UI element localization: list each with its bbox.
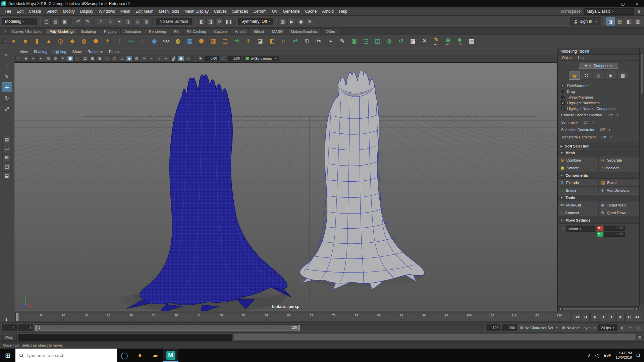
playback-start-field[interactable]: 1 bbox=[18, 324, 33, 331]
scale-tool[interactable]: ⤢ bbox=[2, 104, 12, 114]
menubar-item[interactable]: Create bbox=[26, 7, 44, 15]
3d-scene[interactable] bbox=[14, 63, 557, 311]
multi-component-button[interactable]: Multi-Component bbox=[579, 63, 619, 69]
menubar-item[interactable]: Generate bbox=[280, 7, 302, 15]
viewport-menu-item[interactable]: Shading bbox=[31, 50, 50, 54]
anim-layer-dropdown[interactable]: ▤ No Anim Layer bbox=[560, 326, 596, 330]
textured-mode-icon[interactable]: ▨ bbox=[133, 56, 140, 62]
mesh-section-header[interactable]: ▼ Mesh bbox=[558, 149, 639, 156]
animation-end-field[interactable]: 200 bbox=[502, 324, 517, 331]
script-editor-icon[interactable]: ▤ bbox=[637, 334, 643, 340]
poly-disc-icon[interactable]: ◍ bbox=[78, 36, 90, 47]
shelf-tab[interactable]: Curves / Surfaces bbox=[8, 28, 45, 34]
scroll-right-icon[interactable]: ▶ bbox=[635, 308, 639, 310]
lock-camera-icon[interactable]: ◉ bbox=[23, 56, 29, 62]
center-pivot-icon[interactable]: ◆ CP bbox=[454, 36, 465, 47]
slide-edge-icon[interactable]: ⇄ bbox=[290, 36, 301, 47]
field-chart-icon[interactable]: ▦ bbox=[97, 56, 103, 62]
open-scene-icon[interactable]: ▤ bbox=[51, 17, 60, 25]
open-render-view-icon[interactable]: ▥ bbox=[278, 17, 287, 25]
uv-checker-icon[interactable]: ▩ bbox=[407, 36, 418, 47]
separator[interactable] bbox=[70, 18, 72, 25]
film-gate-icon[interactable]: ▭ bbox=[74, 56, 81, 62]
grid-shelf-icon[interactable]: ▦ bbox=[466, 36, 477, 47]
separator[interactable] bbox=[234, 18, 236, 25]
shelf-tab[interactable]: FX bbox=[170, 28, 183, 34]
snap-curve-icon[interactable]: ∿ bbox=[106, 17, 114, 25]
motion-blur-toggle-icon[interactable]: ≋ bbox=[163, 56, 169, 62]
resolution-gate-icon[interactable]: ⬓ bbox=[82, 56, 88, 62]
play-backwards-button[interactable]: ◀ bbox=[599, 313, 607, 321]
uv-cylindrical-icon[interactable]: ◫ bbox=[372, 36, 383, 47]
paint-select-tool[interactable]: ✎ bbox=[2, 72, 12, 81]
action-center-icon[interactable]: ❒ bbox=[636, 353, 640, 358]
xray-toggle-icon[interactable]: ◻ bbox=[185, 56, 192, 62]
snap-view-plane-icon[interactable]: ◇ bbox=[133, 17, 142, 25]
uv-planar-icon[interactable]: ▣ bbox=[348, 36, 360, 47]
shelf-tab[interactable]: Bifrost bbox=[250, 28, 268, 34]
type-tool-icon[interactable]: T bbox=[114, 36, 125, 47]
step-back-frame-button[interactable]: ◀| bbox=[590, 313, 598, 321]
exposure-field[interactable]: 0.00 bbox=[205, 56, 219, 61]
time-slider-strip[interactable]: 5101520253035404550556065707580859095100… bbox=[15, 313, 571, 321]
separator[interactable] bbox=[93, 18, 95, 25]
menubar-item[interactable]: Mesh bbox=[118, 7, 133, 15]
safe-title-icon[interactable]: ▢ bbox=[111, 56, 118, 62]
checkbox-option[interactable]: Highlight Nearest Component bbox=[561, 106, 636, 111]
separator[interactable] bbox=[39, 18, 41, 25]
insert-edge-loop-icon[interactable]: ◫ bbox=[219, 36, 230, 47]
connect-tool-icon[interactable]: ⌁ bbox=[325, 36, 336, 47]
select-camera-icon[interactable]: ▭ bbox=[15, 56, 22, 62]
playback-loop-icon[interactable]: ∞ bbox=[619, 324, 626, 331]
channel-box-panel-icon[interactable]: ▥ bbox=[634, 17, 642, 25]
cortana-button[interactable]: ◯ bbox=[117, 349, 132, 362]
isolate-select-icon[interactable]: ▣ bbox=[178, 56, 184, 62]
move-y-field[interactable]: 0.00 bbox=[604, 232, 625, 237]
axis-orientation-caret[interactable] bbox=[560, 226, 564, 230]
undo-icon[interactable]: ↶ bbox=[74, 17, 83, 25]
radio-option[interactable]: Tweak/Marquee bbox=[561, 94, 636, 100]
gate-mask-icon[interactable]: ▩ bbox=[89, 56, 96, 62]
make-object-live-icon[interactable]: ◍ bbox=[142, 17, 151, 25]
camera-attributes-icon[interactable]: ≡ bbox=[30, 56, 37, 62]
separate-button[interactable]: ◎Separate bbox=[599, 157, 639, 164]
animation-start-field[interactable]: 1 bbox=[2, 324, 17, 331]
menubar-item[interactable]: Mesh Tools bbox=[156, 7, 182, 15]
modeling-toolkit-panel-icon[interactable]: ◨ bbox=[606, 17, 615, 25]
language-indicator[interactable]: ESP bbox=[604, 353, 611, 357]
auto-keyframe-icon[interactable]: ● bbox=[635, 324, 642, 331]
rotate-tool[interactable]: ↻ bbox=[2, 93, 12, 103]
poly-cylinder-icon[interactable]: ▮ bbox=[32, 36, 43, 47]
render-current-frame-icon[interactable]: ▶ bbox=[287, 17, 296, 25]
fps-dropdown[interactable]: 24 fps bbox=[598, 324, 617, 331]
command-line-input[interactable] bbox=[18, 334, 232, 341]
horizontal-scrollbar[interactable]: ◀ ▶ bbox=[558, 306, 639, 311]
shelf-tab[interactable]: Rendering bbox=[145, 28, 170, 34]
menubar-item[interactable]: Arnold bbox=[319, 7, 336, 15]
scroll-down-icon[interactable]: ▼ bbox=[641, 302, 643, 306]
grid-toggle-icon[interactable]: ⊞ bbox=[67, 56, 73, 62]
multi-component-mode-icon[interactable]: ▣ bbox=[569, 71, 580, 80]
tools-section-header[interactable]: ▼ Tools bbox=[558, 194, 639, 201]
menu-set-dropdown[interactable]: Modeling bbox=[2, 18, 37, 25]
bridge-button[interactable]: ∩Bridge bbox=[558, 187, 598, 194]
image-plane-icon[interactable]: ▨ bbox=[45, 56, 51, 62]
taskbar-clock[interactable]: 7:47 PM 10/6/2019 bbox=[615, 351, 632, 360]
maximize-button[interactable]: ▢ bbox=[616, 0, 630, 7]
vertical-scrollbar[interactable]: ▲ ▼ bbox=[639, 48, 644, 306]
sign-in-button[interactable]: Sign In bbox=[570, 17, 601, 25]
menubar-item[interactable]: UV bbox=[269, 7, 280, 15]
offset-edge-loop-icon[interactable]: ⇉ bbox=[231, 36, 242, 47]
make-live-icon[interactable]: ◌ bbox=[137, 36, 148, 47]
workspace-options-icon[interactable]: ▦ bbox=[636, 8, 642, 14]
snap-magnet-icon[interactable]: ◉ bbox=[149, 36, 160, 47]
shelf-tab[interactable]: XGen bbox=[322, 28, 339, 34]
scrollbar-thumb[interactable] bbox=[641, 54, 643, 94]
separator[interactable] bbox=[275, 18, 277, 25]
constraint-dropdown-row[interactable]: Transform ConstraintOff bbox=[561, 133, 636, 141]
shadows-toggle-icon[interactable]: ◐ bbox=[148, 56, 155, 62]
start-button[interactable]: ⊞ bbox=[0, 349, 15, 362]
boolean-button[interactable]: ◔Boolean bbox=[599, 164, 639, 172]
soft-selection-header[interactable]: ▶ Soft Selection bbox=[558, 143, 639, 149]
poly-torus-icon[interactable]: ◎ bbox=[55, 36, 66, 47]
